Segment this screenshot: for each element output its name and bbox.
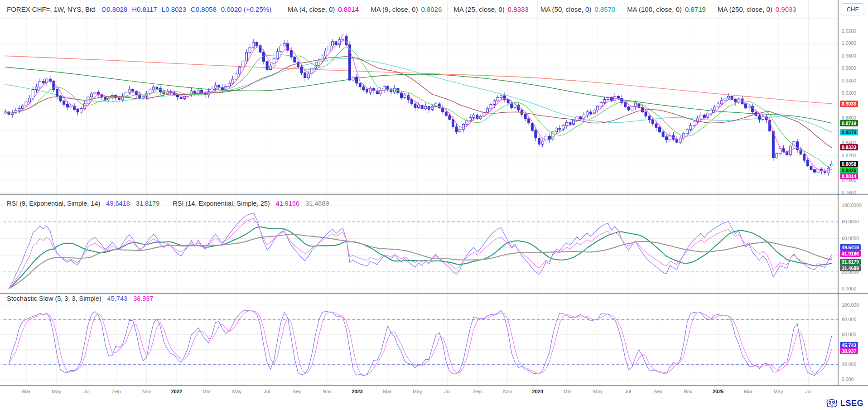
x-axis-label: Sep xyxy=(106,389,126,394)
rsi-axis-label: 80.0000 xyxy=(842,219,859,224)
x-axis-label: Nov xyxy=(137,389,157,394)
axis-badge: 38.937 xyxy=(840,348,858,354)
low-quote: L0.8023 xyxy=(162,5,186,13)
ma-legend-100[interactable]: MA (100, close, 0)0.8719 xyxy=(627,5,706,13)
x-axis-label: Nov xyxy=(678,389,698,394)
rsi2-title[interactable]: RSI (14, Exponential, Simple, 25) xyxy=(173,200,270,207)
stochastic-axis-label: 0.000 xyxy=(842,376,854,382)
ma-legend-value: 0.8026 xyxy=(421,5,442,13)
rsi2-ma-value: 31.4689 xyxy=(305,200,329,207)
price-axis-label: 0.8200 xyxy=(842,153,856,158)
change-quote: 0.0020 (+0.25%) xyxy=(221,5,271,13)
x-axis-label: May xyxy=(588,389,608,394)
stochastic-axis-label: 80.000 xyxy=(842,317,856,322)
x-axis-label: Jul xyxy=(438,389,458,394)
stochastic-d-value: 38.937 xyxy=(133,295,153,302)
axis-badge: 31.8179 xyxy=(840,259,861,265)
ma-legend-50[interactable]: MA (50, close, 0)0.8570 xyxy=(540,5,615,13)
x-axis-label: Sep xyxy=(648,389,668,394)
x-axis-label: Mar xyxy=(197,389,217,394)
ma-legend-value: 0.8719 xyxy=(685,5,706,13)
axis-badge: 0.8026 xyxy=(840,167,858,174)
rsi2-value: 41.9166 xyxy=(276,200,299,207)
rsi-axis-label: 0.0000 xyxy=(842,286,856,291)
axis-badge: 0.9033 xyxy=(840,101,858,107)
price-axis-label: 0.9800 xyxy=(842,53,856,58)
stochastic-axis-label: 60.000 xyxy=(842,332,856,337)
x-axis-label: Sep xyxy=(287,389,307,394)
axis-badge: 0.8333 xyxy=(840,144,858,150)
x-axis-label: 2025 xyxy=(708,389,728,394)
x-axis-label: Mar xyxy=(377,389,397,394)
axis-badge: 0.8014 xyxy=(840,173,858,179)
ma-legend-25[interactable]: MA (25, close, 0)0.8333 xyxy=(453,5,528,13)
rsi-axis-label: 60.0000 xyxy=(842,236,859,241)
x-axis-label: May xyxy=(46,389,66,394)
x-axis-label: Jul xyxy=(77,389,96,394)
lseg-logo-text: LSEG xyxy=(840,399,863,408)
stochastic-axis-label: 20.000 xyxy=(842,362,856,367)
ma-legend-value: 0.8014 xyxy=(338,5,359,13)
price-axis-label: 0.7600 xyxy=(842,190,856,195)
ma-legend-9[interactable]: MA (9, close, 0)0.8026 xyxy=(371,5,442,13)
x-axis-label: Mar xyxy=(558,389,578,394)
x-axis-label: May xyxy=(768,389,788,394)
stochastic-k-value: 45.743 xyxy=(107,295,127,302)
ma-legend-4[interactable]: MA (4, close, 0)0.8014 xyxy=(288,5,359,13)
ma-legend-label: MA (4, close, 0) xyxy=(288,5,335,13)
ma-legend-label: MA (25, close, 0) xyxy=(453,5,505,13)
axis-badge: 31.4689 xyxy=(840,265,861,271)
rsi-panel-header: RSI (9, Exponential, Simple, 14) 49.6418… xyxy=(7,200,333,207)
x-axis-label: 2023 xyxy=(347,389,367,394)
axis-badge: 0.8719 xyxy=(840,120,858,126)
currency-chip[interactable]: CHF xyxy=(841,3,864,15)
symbol-title[interactable]: FOREX CHF=, 1W, NYS, Bid xyxy=(7,5,95,13)
x-axis-label: Sep xyxy=(468,389,487,394)
x-axis-label: Nov xyxy=(497,389,517,394)
x-axis-label: May xyxy=(227,389,247,394)
price-axis-label: 0.9200 xyxy=(842,90,856,96)
ma-legend-value: 0.8570 xyxy=(594,5,615,13)
lseg-logo[interactable]: LSEG xyxy=(826,398,863,409)
rsi-title[interactable]: RSI (9, Exponential, Simple, 14) xyxy=(7,200,100,207)
ma-legend-value: 0.9033 xyxy=(776,5,796,13)
stochastic-panel-header: Stochastic Slow (5, 3, 3, Simple) 45.743… xyxy=(7,295,158,302)
price-axis-label: 1.0200 xyxy=(842,28,856,34)
axis-badge: 0.8570 xyxy=(840,129,858,135)
open-quote: O0.8028 xyxy=(101,5,128,13)
x-axis-label: May xyxy=(407,389,427,394)
price-axis-label: 0.9600 xyxy=(842,65,856,71)
x-axis-label: 2022 xyxy=(167,389,187,394)
rsi-value: 49.6418 xyxy=(106,200,130,207)
close-quote: C0.8058 xyxy=(191,5,217,13)
ma-legend-label: MA (100, close, 0) xyxy=(627,5,682,13)
x-axis-label: Jul xyxy=(798,389,818,394)
x-axis-label: Mar xyxy=(16,389,36,394)
ma-legend-250[interactable]: MA (250, close, 0)0.9033 xyxy=(718,5,796,13)
ma-legend-label: MA (50, close, 0) xyxy=(540,5,592,13)
axis-badge: 0.8058 xyxy=(840,161,858,167)
price-axis-label: 0.9400 xyxy=(842,78,856,83)
x-axis-label: Nov xyxy=(317,389,337,394)
axis-badge: 45.743 xyxy=(840,342,858,348)
ma-legend-label: MA (250, close, 0) xyxy=(718,5,772,13)
stochastic-axis-label: 100.000 xyxy=(842,302,859,308)
chart-header: FOREX CHF=, 1W, NYS, Bid O0.8028 H0.8117… xyxy=(7,0,796,18)
ma-legend-value: 0.8333 xyxy=(508,5,529,13)
high-quote: H0.8117 xyxy=(132,5,157,13)
ma-legend-label: MA (9, close, 0) xyxy=(371,5,418,13)
axis-badge: 41.9166 xyxy=(840,251,861,257)
x-axis-label: Mar xyxy=(738,389,758,394)
x-axis-label: 2024 xyxy=(528,389,548,394)
axis-badge: 49.6418 xyxy=(840,244,861,251)
lseg-logo-icon xyxy=(826,398,838,409)
x-axis-label: Jul xyxy=(618,389,638,394)
price-axis-label: 1.0000 xyxy=(842,40,856,46)
stochastic-title[interactable]: Stochastic Slow (5, 3, 3, Simple) xyxy=(7,295,101,302)
chart-application: MarMayJulSepNov2022MarMayJulSepNov2023Ma… xyxy=(0,0,868,410)
rsi-axis-label: 100.0000 xyxy=(842,203,862,208)
rsi-ma-value: 31.8179 xyxy=(136,200,159,207)
x-axis-label: Jul xyxy=(257,389,277,394)
